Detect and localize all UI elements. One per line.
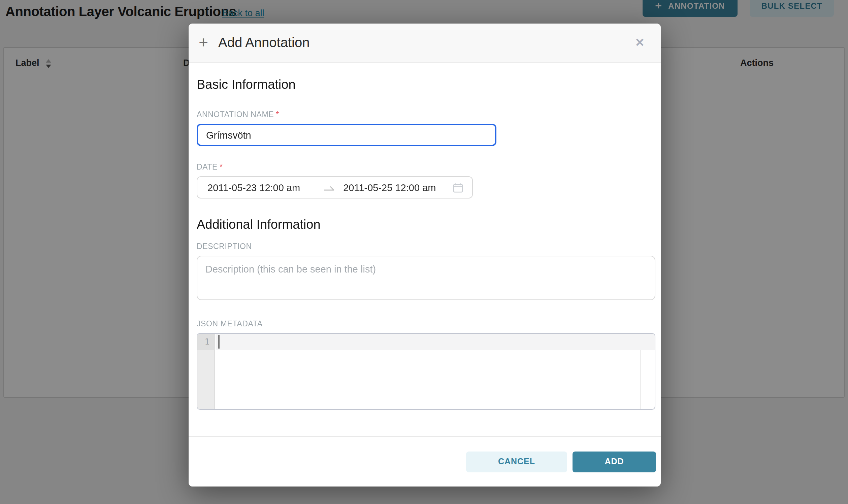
annotation-name-input[interactable] xyxy=(197,124,497,146)
modal-title: Add Annotation xyxy=(218,35,310,51)
editor-line-number: 1 xyxy=(197,334,214,350)
calendar-icon xyxy=(453,182,463,193)
add-annotation-modal: + Add Annotation ✕ Basic Information ANN… xyxy=(189,23,661,486)
modal-header: + Add Annotation ✕ xyxy=(189,23,661,62)
date-start-value: 2011-05-23 12:00 am xyxy=(207,182,300,193)
editor-gutter: 1 xyxy=(197,334,215,409)
required-marker: * xyxy=(220,163,223,171)
modal-footer: CANCEL ADD xyxy=(189,436,661,486)
date-end-value: 2011-05-25 12:00 am xyxy=(343,182,436,193)
arrow-right-icon xyxy=(323,183,335,192)
editor-cursor xyxy=(218,335,220,348)
modal-body: Basic Information ANNOTATION NAME* DATE*… xyxy=(189,62,661,436)
additional-information-heading: Additional Information xyxy=(197,216,655,234)
close-icon[interactable]: ✕ xyxy=(634,36,646,50)
date-range-picker[interactable]: 2011-05-23 12:00 am 2011-05-25 12:00 am xyxy=(197,176,473,198)
add-button[interactable]: ADD xyxy=(572,451,656,472)
description-label: DESCRIPTION xyxy=(197,241,655,252)
annotation-name-label: ANNOTATION NAME* xyxy=(197,110,655,120)
description-textarea[interactable] xyxy=(197,256,655,300)
cancel-button[interactable]: CANCEL xyxy=(466,451,567,472)
date-label: DATE* xyxy=(197,162,655,172)
basic-information-heading: Basic Information xyxy=(197,76,655,93)
editor-active-line xyxy=(215,334,655,350)
date-label-text: DATE xyxy=(197,163,218,171)
required-marker: * xyxy=(276,110,279,119)
plus-icon: + xyxy=(199,34,208,50)
json-metadata-editor[interactable]: 1 xyxy=(197,333,655,410)
annotation-name-label-text: ANNOTATION NAME xyxy=(197,110,274,119)
editor-print-margin xyxy=(640,350,641,409)
json-metadata-label: JSON METADATA xyxy=(197,319,655,329)
